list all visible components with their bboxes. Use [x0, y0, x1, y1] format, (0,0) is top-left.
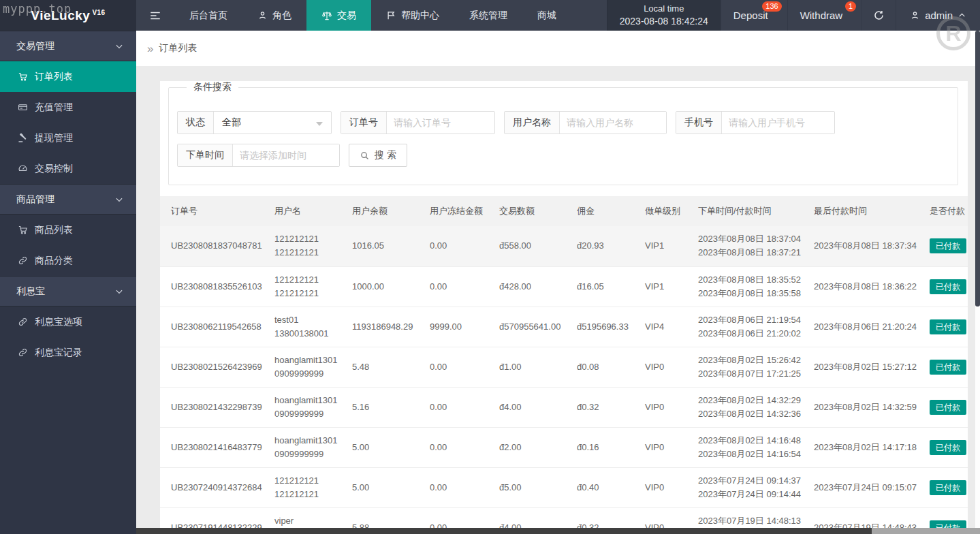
search-panel-legend: 条件搜索: [187, 81, 238, 93]
paid-status-badge[interactable]: 已付款: [930, 279, 966, 294]
breadcrumb-chevrons-icon: »: [147, 43, 153, 54]
main-content: » 订单列表 条件搜索 状态 全部 订单号 用户名称: [136, 31, 980, 534]
sidebar-item-trade-control[interactable]: 交易控制: [0, 153, 136, 184]
status-filter-group: 状态 全部: [177, 111, 332, 134]
order-no-input[interactable]: [387, 112, 494, 134]
search-row-1: 状态 全部 订单号 用户名称 手机号: [177, 111, 949, 134]
refresh-button[interactable]: [862, 0, 896, 31]
cell-last-pay-time: 2023年08月02日 14:32:59: [808, 387, 924, 427]
order-no-label: 订单号: [341, 112, 387, 134]
cell-level: VIP1: [639, 226, 693, 266]
cell-commission: đ5195696.33: [571, 307, 639, 347]
table-row[interactable]: UB2307240914372684 121212121121212121 5.…: [160, 467, 968, 507]
sidebar-group-lixibao[interactable]: 利息宝: [0, 276, 136, 307]
username-label: admin: [925, 10, 953, 21]
cell-amount: đ570955641.00: [494, 307, 571, 347]
sidebar-item-product-category[interactable]: 商品分类: [0, 245, 136, 276]
flag-icon: [386, 10, 396, 20]
paid-status-badge[interactable]: 已付款: [930, 238, 966, 253]
sidebar-group-trade-management[interactable]: 交易管理: [0, 31, 136, 61]
sidebar-item-label: 订单列表: [35, 71, 73, 83]
person-icon: [257, 10, 268, 20]
sidebar-item-recharge-management[interactable]: 充值管理: [0, 92, 136, 123]
nav-item-label: 角色: [272, 10, 291, 22]
withdraw-count-badge: 1: [845, 1, 856, 12]
cell-order-time: 2023年08月08日 18:35:522023年08月08日 18:35:58: [693, 266, 808, 307]
table-row[interactable]: UB2308021526423969 hoanglamit13010909999…: [160, 347, 968, 387]
col-header-order-no: 订单号: [160, 196, 269, 226]
table-row[interactable]: UB2308081837048781 121212121121212121 10…: [160, 226, 968, 266]
app-logo-name: VieLucky: [31, 8, 90, 23]
paid-status-badge[interactable]: 已付款: [930, 440, 966, 455]
search-button[interactable]: 搜 索: [349, 144, 407, 167]
user-menu[interactable]: admin: [896, 0, 980, 31]
cell-username: 121212121121212121: [269, 266, 347, 307]
sidebar-toggle-button[interactable]: [136, 0, 174, 31]
order-no-filter-group: 订单号: [341, 111, 495, 134]
sidebar-group-product-management[interactable]: 商品管理: [0, 184, 136, 215]
phone-input[interactable]: [722, 112, 834, 134]
cell-commission: đ0.32: [571, 387, 639, 427]
paid-status-badge[interactable]: 已付款: [930, 360, 966, 375]
sidebar-item-lixibao-records[interactable]: 利息宝记录: [0, 337, 136, 368]
table-row[interactable]: UB2308081835526103 121212121121212121 10…: [160, 266, 968, 307]
paid-status-badge[interactable]: 已付款: [930, 319, 966, 334]
vertical-scrollbar-thumb[interactable]: [975, 31, 980, 307]
cell-frozen: 0.00: [424, 427, 494, 467]
local-time-display: Local time 2023-08-08 18:42:24: [607, 0, 721, 31]
cell-order-no: UB2308021432298739: [160, 387, 269, 427]
nav-item-help-center[interactable]: 帮助中心: [371, 0, 454, 31]
link-icon: [18, 317, 28, 327]
hamburger-icon: [149, 10, 161, 22]
nav-item-home[interactable]: 后台首页: [174, 0, 242, 31]
order-time-input[interactable]: [233, 144, 339, 166]
cell-order-no: UB2308081835526103: [160, 266, 269, 307]
table-row[interactable]: UB2308021416483779 hoanglamit13010909999…: [160, 427, 968, 467]
gauge-icon: [18, 163, 28, 174]
nav-item-label: 交易: [337, 10, 356, 22]
vertical-scrollbar[interactable]: [975, 31, 980, 534]
sidebar-item-label: 商品分类: [35, 255, 73, 267]
cell-level: VIP0: [639, 387, 693, 427]
sidebar-item-product-list[interactable]: 商品列表: [0, 215, 136, 245]
cell-frozen: 0.00: [424, 467, 494, 507]
sidebar-item-withdraw-management[interactable]: 提现管理: [0, 123, 136, 153]
cell-amount: đ558.00: [494, 226, 571, 266]
sidebar-group-label: 交易管理: [16, 40, 54, 52]
phone-label: 手机号: [676, 112, 722, 134]
app-logo[interactable]: VieLuckyV16: [0, 0, 136, 31]
deposit-button[interactable]: Deposit 136: [721, 0, 787, 31]
cell-last-pay-time: 2023年08月08日 18:37:34: [808, 226, 924, 266]
paid-status-badge[interactable]: 已付款: [930, 400, 966, 415]
cell-commission: đ0.08: [571, 347, 639, 387]
chevron-down-icon: [114, 42, 124, 51]
cell-amount: đ1.00: [494, 347, 571, 387]
sidebar-item-label: 商品列表: [35, 224, 73, 236]
nav-item-roles[interactable]: 角色: [242, 0, 306, 31]
cell-level: VIP0: [639, 347, 693, 387]
cell-status: 已付款: [924, 266, 968, 307]
sidebar-item-label: 充值管理: [35, 101, 73, 114]
status-select[interactable]: 全部: [214, 112, 331, 134]
cell-amount: đ5.00: [494, 467, 571, 507]
table-row[interactable]: UB2308021432298739 hoanglamit13010909999…: [160, 387, 968, 427]
horizontal-scrollbar[interactable]: [136, 528, 980, 534]
cell-amount: đ2.00: [494, 427, 571, 467]
cell-last-pay-time: 2023年08月08日 18:36:22: [808, 266, 924, 307]
nav-item-system-management[interactable]: 系统管理: [454, 0, 522, 31]
nav-item-trade[interactable]: 交易: [306, 0, 371, 31]
username-input[interactable]: [560, 112, 666, 134]
cell-balance: 5.48: [347, 347, 424, 387]
withdraw-button[interactable]: Withdraw 1: [787, 0, 862, 31]
sidebar-item-order-list[interactable]: 订单列表: [0, 61, 136, 92]
cell-username: hoanglamit13010909999999: [269, 387, 347, 427]
username-filter-group: 用户名称: [504, 111, 667, 134]
cell-status: 已付款: [924, 226, 968, 266]
paid-status-badge[interactable]: 已付款: [930, 480, 966, 495]
horizontal-scrollbar-thumb[interactable]: [136, 528, 872, 534]
table-row[interactable]: UB2308062119542658 test0113800138001 119…: [160, 307, 968, 347]
cell-frozen: 9999.00: [424, 307, 494, 347]
cell-balance: 1016.05: [347, 226, 424, 266]
sidebar-item-lixibao-options[interactable]: 利息宝选项: [0, 307, 136, 337]
nav-item-mall[interactable]: 商城: [522, 0, 571, 31]
